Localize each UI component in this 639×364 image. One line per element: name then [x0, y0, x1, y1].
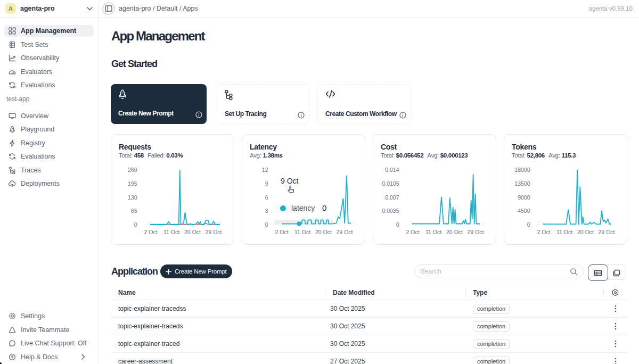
svg-text:20 Oct: 20 Oct	[184, 229, 201, 235]
svg-text:260: 260	[128, 167, 137, 173]
svg-text:20 Oct: 20 Oct	[446, 229, 463, 235]
svg-text:20 Oct: 20 Oct	[577, 229, 594, 235]
svg-text:2 Oct: 2 Oct	[537, 229, 550, 235]
svg-text:65: 65	[131, 208, 137, 214]
svg-text:4500: 4500	[518, 208, 530, 214]
svg-text:130: 130	[128, 194, 137, 201]
svg-text:0.0035: 0.0035	[382, 208, 399, 214]
svg-text:29 Oct: 29 Oct	[206, 229, 222, 235]
svg-text:29 Oct: 29 Oct	[468, 229, 484, 235]
svg-text:2 Oct: 2 Oct	[406, 229, 419, 235]
svg-text:0: 0	[527, 221, 530, 228]
svg-text:9000: 9000	[518, 194, 530, 201]
svg-text:0: 0	[396, 221, 399, 228]
svg-text:0: 0	[134, 221, 137, 228]
svg-text:2 Oct: 2 Oct	[144, 229, 157, 235]
svg-text:11 Oct: 11 Oct	[163, 229, 179, 235]
svg-text:18000: 18000	[514, 167, 530, 173]
svg-text:0.0105: 0.0105	[382, 180, 399, 187]
svg-text:0.014: 0.014	[385, 167, 399, 173]
svg-text:29 Oct: 29 Oct	[599, 229, 615, 235]
svg-text:0.007: 0.007	[385, 194, 399, 201]
svg-text:195: 195	[128, 180, 137, 187]
svg-text:11 Oct: 11 Oct	[425, 229, 441, 235]
svg-text:11 Oct: 11 Oct	[556, 229, 572, 235]
svg-text:13500: 13500	[514, 180, 530, 187]
